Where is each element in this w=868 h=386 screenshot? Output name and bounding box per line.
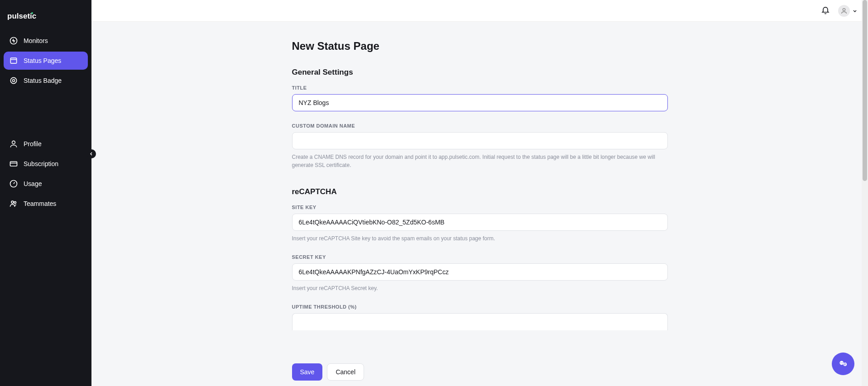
scrollbar[interactable] xyxy=(862,0,868,386)
title-label: TITLE xyxy=(292,85,668,91)
secret-key-input[interactable] xyxy=(292,263,668,281)
custom-domain-help-text: Create a CNAME DNS record for your domai… xyxy=(292,153,668,169)
sidebar-item-label: Teammates xyxy=(24,200,56,207)
avatar xyxy=(838,5,850,17)
header xyxy=(91,0,868,22)
sidebar-item-status-pages[interactable]: Status Pages xyxy=(4,52,88,70)
sidebar-secondary-group: Profile Subscription Usage Teammates xyxy=(4,135,88,213)
title-input[interactable] xyxy=(292,94,668,111)
main-content: New Status Page General Settings TITLE C… xyxy=(91,22,868,386)
sidebar-item-usage[interactable]: Usage xyxy=(4,175,88,193)
cancel-button[interactable]: Cancel xyxy=(327,363,364,381)
uptime-threshold-input[interactable] xyxy=(292,313,668,330)
chevron-down-icon xyxy=(853,9,857,13)
chevron-left-icon xyxy=(89,152,94,156)
chat-icon xyxy=(837,358,849,370)
sidebar-item-teammates[interactable]: Teammates xyxy=(4,195,88,213)
custom-domain-input[interactable] xyxy=(292,132,668,149)
uptime-threshold-label: UPTIME THRESHOLD (%) xyxy=(292,304,668,310)
svg-point-14 xyxy=(844,362,847,366)
sidebar-item-label: Monitors xyxy=(24,37,48,44)
svg-point-13 xyxy=(839,361,844,365)
svg-point-18 xyxy=(842,362,843,363)
sidebar-collapse-toggle[interactable] xyxy=(87,149,96,158)
sidebar-item-label: Usage xyxy=(24,180,42,187)
section-general-settings: General Settings xyxy=(292,68,668,77)
svg-rect-7 xyxy=(10,162,17,166)
badge-icon xyxy=(9,76,18,85)
card-icon xyxy=(9,159,18,168)
window-icon xyxy=(9,56,18,65)
brand-logo[interactable]: pulsetic xyxy=(4,7,88,32)
svg-point-4 xyxy=(10,77,16,83)
page-title: New Status Page xyxy=(292,40,668,52)
svg-rect-2 xyxy=(10,58,16,63)
secret-key-label: SECRET KEY xyxy=(292,254,668,260)
svg-point-11 xyxy=(14,201,16,203)
chat-widget-button[interactable] xyxy=(832,353,854,375)
section-recaptcha: reCAPTCHA xyxy=(292,187,668,196)
user-icon xyxy=(9,139,18,148)
svg-point-0 xyxy=(31,12,33,14)
users-icon xyxy=(9,199,18,208)
sidebar-item-label: Subscription xyxy=(24,160,58,167)
save-button[interactable]: Save xyxy=(292,363,323,381)
svg-point-6 xyxy=(12,141,15,144)
site-key-input[interactable] xyxy=(292,214,668,231)
monitor-pulse-icon xyxy=(9,36,18,45)
notifications-icon[interactable] xyxy=(821,5,830,16)
svg-point-17 xyxy=(840,362,841,363)
svg-point-12 xyxy=(843,8,845,10)
svg-rect-16 xyxy=(844,365,845,365)
sidebar: pulsetic Monitors Status Pages Status Ba… xyxy=(0,0,91,386)
scrollbar-thumb[interactable] xyxy=(863,0,867,181)
sidebar-item-monitors[interactable]: Monitors xyxy=(4,32,88,50)
footer-actions: Save Cancel xyxy=(91,358,868,386)
svg-point-10 xyxy=(11,201,14,203)
sidebar-item-status-badge[interactable]: Status Badge xyxy=(4,71,88,90)
svg-point-5 xyxy=(13,80,15,82)
svg-rect-15 xyxy=(844,363,846,364)
site-key-help-text: Insert your reCAPTCHA Site key to avoid … xyxy=(292,234,668,243)
secret-key-help-text: Insert your reCAPTCHA Secret key. xyxy=(292,284,668,292)
sidebar-item-profile[interactable]: Profile xyxy=(4,135,88,153)
user-menu[interactable] xyxy=(838,5,857,17)
sidebar-item-label: Status Pages xyxy=(24,57,61,64)
sidebar-item-subscription[interactable]: Subscription xyxy=(4,155,88,173)
sidebar-item-label: Status Badge xyxy=(24,77,62,84)
site-key-label: SITE KEY xyxy=(292,205,668,210)
gauge-icon xyxy=(9,179,18,188)
sidebar-primary-group: Monitors Status Pages Status Badge xyxy=(4,32,88,90)
sidebar-item-label: Profile xyxy=(24,140,42,148)
custom-domain-label: CUSTOM DOMAIN NAME xyxy=(292,123,668,129)
